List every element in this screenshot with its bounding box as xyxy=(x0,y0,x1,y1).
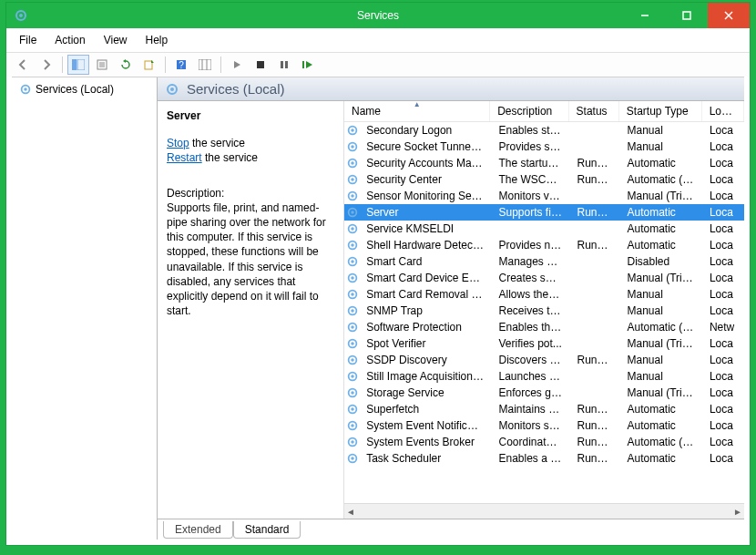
bottom-tabs: Extended Standard xyxy=(158,519,744,540)
stop-service-button[interactable] xyxy=(250,55,271,75)
service-row[interactable]: Secondary LogonEnables star...ManualLoca xyxy=(344,122,744,139)
col-name[interactable]: Name▲ xyxy=(344,101,490,121)
cell-name: Smart Card Device Enumera... xyxy=(359,272,491,284)
description-label: Description: xyxy=(167,186,334,200)
svg-point-41 xyxy=(351,243,354,247)
stop-line: Stop the service xyxy=(167,136,334,150)
menu-view[interactable]: View xyxy=(97,32,135,48)
service-row[interactable]: Security CenterThe WSCSV...RunningAutoma… xyxy=(344,171,744,188)
cell-logon: Loca xyxy=(702,419,744,432)
cell-name: Sensor Monitoring Service xyxy=(359,190,491,202)
menu-help[interactable]: Help xyxy=(138,32,176,48)
forward-button[interactable] xyxy=(36,55,57,75)
gear-icon xyxy=(346,288,359,301)
service-row[interactable]: Security Accounts ManagerThe startup ...… xyxy=(344,155,744,171)
cell-startup: Automatic (D... xyxy=(619,321,701,334)
cell-logon: Loca xyxy=(702,239,744,252)
pause-service-button[interactable] xyxy=(273,55,295,75)
service-row[interactable]: Spot VerifierVerifies pot...Manual (Trig… xyxy=(344,335,744,352)
h-scrollbar[interactable]: ◄ ► xyxy=(344,503,744,519)
cell-description: Creates soft... xyxy=(492,272,570,284)
close-button[interactable] xyxy=(708,3,750,28)
gear-icon xyxy=(346,190,359,202)
service-row[interactable]: Smart CardManages ac...DisabledLoca xyxy=(344,253,744,270)
cell-name: Security Accounts Manager xyxy=(359,157,491,170)
menu-action[interactable]: Action xyxy=(47,32,92,48)
cell-name: Service KMSELDI xyxy=(359,222,491,235)
cell-description: Enforces gr... xyxy=(492,386,570,399)
cell-logon: Loca xyxy=(702,222,744,235)
cell-description: Launches a... xyxy=(492,370,570,383)
service-row[interactable]: Task SchedulerEnables a us...RunningAuto… xyxy=(344,450,744,467)
gear-icon xyxy=(346,354,359,366)
scroll-left-icon[interactable]: ◄ xyxy=(346,507,355,517)
cell-startup: Automatic xyxy=(619,419,701,432)
minimize-button[interactable] xyxy=(624,3,666,28)
cell-startup: Automatic xyxy=(619,206,701,219)
service-row[interactable]: System Events BrokerCoordinates...Runnin… xyxy=(344,434,744,450)
tree-root-item[interactable]: Services (Local) xyxy=(15,81,153,98)
service-row[interactable]: Service KMSELDIAutomaticLoca xyxy=(344,221,744,237)
cell-logon: Loca xyxy=(702,370,744,383)
service-row[interactable]: Still Image Acquisition EventsLaunches a… xyxy=(344,368,744,385)
service-row[interactable]: System Event Notification S...Monitors s… xyxy=(344,417,744,434)
properties-button[interactable] xyxy=(91,55,113,75)
service-row[interactable]: Smart Card Removal PolicyAllows the s...… xyxy=(344,286,744,303)
gear-icon xyxy=(346,386,359,399)
back-button[interactable] xyxy=(12,55,34,75)
stop-link[interactable]: Stop xyxy=(167,137,189,149)
col-description[interactable]: Description xyxy=(490,101,568,121)
service-row[interactable]: Software ProtectionEnables the ...Automa… xyxy=(344,319,744,335)
service-row[interactable]: ServerSupports fil...RunningAutomaticLoc… xyxy=(344,204,744,221)
maximize-button[interactable] xyxy=(666,3,708,28)
cell-description: Supports fil... xyxy=(492,206,570,219)
column-button[interactable] xyxy=(194,55,216,75)
svg-rect-20 xyxy=(285,61,288,68)
svg-rect-3 xyxy=(683,12,690,19)
service-row[interactable]: Secure Socket Tunneling Pr...Provides su… xyxy=(344,139,744,155)
cell-status: Running xyxy=(569,239,619,252)
cell-status: Running xyxy=(569,452,619,465)
export-button[interactable] xyxy=(138,55,160,75)
cell-startup: Automatic xyxy=(619,403,701,416)
service-row[interactable]: Smart Card Device Enumera...Creates soft… xyxy=(344,270,744,286)
cell-startup: Automatic xyxy=(619,222,701,235)
col-status[interactable]: Status xyxy=(569,101,619,121)
service-row[interactable]: SuperfetchMaintains a...RunningAutomatic… xyxy=(344,401,744,417)
gear-icon xyxy=(346,452,359,465)
restart-link[interactable]: Restart xyxy=(167,151,202,164)
col-logon[interactable]: Log On As xyxy=(702,101,744,121)
service-row[interactable]: Sensor Monitoring ServiceMonitors va...M… xyxy=(344,188,744,204)
cell-logon: Loca xyxy=(702,386,744,399)
cell-status: Running xyxy=(569,157,619,170)
cell-name: Smart Card xyxy=(359,255,491,268)
gear-icon xyxy=(346,239,359,252)
cell-logon: Loca xyxy=(702,173,744,186)
cell-name: Storage Service xyxy=(359,386,491,399)
svg-point-27 xyxy=(351,128,354,132)
service-row[interactable]: SNMP TrapReceives tra...ManualLoca xyxy=(344,303,744,319)
col-startup[interactable]: Startup Type xyxy=(619,101,702,121)
cell-startup: Automatic xyxy=(619,452,701,465)
list-rows[interactable]: Secondary LogonEnables star...ManualLoca… xyxy=(344,122,744,503)
toolbar: ? xyxy=(6,53,750,77)
titlebar[interactable]: Services xyxy=(6,3,750,28)
list-header[interactable]: Name▲ Description Status Startup Type Lo… xyxy=(344,101,744,122)
service-row[interactable]: Shell Hardware DetectionProvides no...Ru… xyxy=(344,237,744,253)
start-service-button[interactable] xyxy=(226,55,248,75)
menubar: File Action View Help xyxy=(6,28,750,53)
restart-service-button[interactable] xyxy=(297,55,319,75)
service-row[interactable]: SSDP DiscoveryDiscovers n...RunningManua… xyxy=(344,352,744,368)
service-row[interactable]: Storage ServiceEnforces gr...Manual (Tri… xyxy=(344,385,744,401)
svg-point-53 xyxy=(351,342,354,345)
show-hide-tree-button[interactable] xyxy=(67,55,89,75)
scroll-right-icon[interactable]: ► xyxy=(733,507,742,517)
tab-standard[interactable]: Standard xyxy=(233,521,301,539)
svg-rect-6 xyxy=(72,59,77,70)
menu-file[interactable]: File xyxy=(12,32,44,48)
tab-extended[interactable]: Extended xyxy=(163,521,233,539)
refresh-button[interactable] xyxy=(115,55,137,75)
services-window: Services File Action View Help ? xyxy=(5,2,751,546)
help-button[interactable]: ? xyxy=(170,55,192,75)
tree-pane[interactable]: Services (Local) xyxy=(12,77,158,540)
